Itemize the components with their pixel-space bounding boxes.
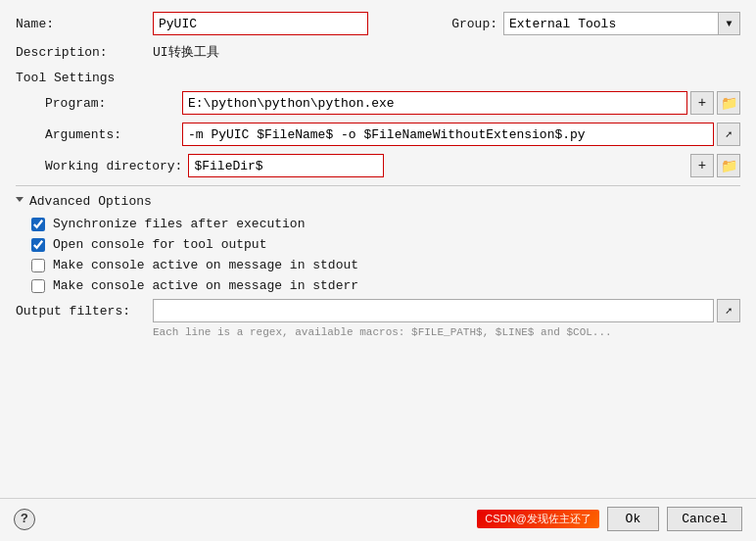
make-console-stderr-label: Make console active on message in stderr	[53, 278, 358, 293]
name-group-row: Name: Group: ▼	[16, 12, 740, 35]
arguments-expand-btn[interactable]: ➚	[717, 123, 740, 146]
action-buttons: CSDN@发现佐主还了 Ok Cancel	[477, 507, 742, 531]
csdn-badge: CSDN@发现佐主还了	[477, 510, 598, 528]
advanced-label: Advanced Options	[29, 194, 152, 209]
arguments-input-group: ➚	[182, 123, 740, 146]
advanced-header: Advanced Options	[16, 194, 740, 209]
working-directory-row: Working directory: + 📁	[16, 154, 740, 177]
open-console-row: Open console for tool output	[31, 237, 740, 252]
make-console-stdout-checkbox[interactable]	[31, 259, 45, 272]
program-add-btn[interactable]: +	[690, 91, 714, 115]
bottom-bar: ? CSDN@发现佐主还了 Ok Cancel	[0, 498, 756, 541]
group-select-wrapper: ▼	[503, 12, 740, 35]
program-input[interactable]	[182, 91, 687, 115]
group-label: Group:	[451, 17, 497, 31]
group-input[interactable]	[503, 12, 719, 35]
output-filters-expand-btn[interactable]: ➚	[717, 299, 740, 322]
ok-button[interactable]: Ok	[607, 507, 660, 531]
working-directory-label: Working directory:	[45, 159, 188, 173]
tool-settings-label: Tool Settings	[16, 71, 115, 85]
make-console-stdout-row: Make console active on message in stdout	[31, 258, 740, 272]
make-console-stderr-row: Make console active on message in stderr	[31, 278, 740, 293]
output-filters-row: Output filters: ➚	[16, 299, 740, 322]
tool-settings-header: Tool Settings	[16, 71, 740, 85]
make-console-stdout-label: Make console active on message in stdout	[53, 258, 358, 272]
sync-files-label: Synchronize files after execution	[53, 217, 305, 231]
cancel-button[interactable]: Cancel	[667, 507, 742, 531]
program-row: Program: + 📁	[16, 91, 740, 115]
hint-text: Each line is a regex, available macros: …	[153, 326, 740, 338]
advanced-triangle	[16, 197, 24, 206]
working-directory-input-group: + 📁	[188, 154, 740, 177]
help-button[interactable]: ?	[14, 509, 35, 530]
working-dir-folder-btn[interactable]: 📁	[717, 154, 740, 177]
arguments-row: Arguments: ➚	[16, 123, 740, 146]
name-label: Name:	[16, 17, 153, 31]
sync-files-checkbox[interactable]	[31, 218, 45, 231]
open-console-label: Open console for tool output	[53, 237, 266, 252]
description-label: Description:	[16, 45, 153, 60]
separator	[16, 185, 740, 186]
open-console-checkbox[interactable]	[31, 238, 45, 252]
form-area: Name: Group: ▼ Description: UI转换工具 Tool …	[0, 0, 756, 498]
output-filters-label: Output filters:	[16, 304, 153, 319]
working-dir-add-btn[interactable]: +	[690, 154, 714, 177]
make-console-stderr-checkbox[interactable]	[31, 279, 45, 293]
program-input-group: + 📁	[182, 91, 740, 115]
arguments-input[interactable]	[182, 123, 714, 146]
group-dropdown-btn[interactable]: ▼	[719, 12, 740, 35]
output-filters-input[interactable]	[153, 299, 714, 322]
program-folder-btn[interactable]: 📁	[717, 91, 740, 115]
advanced-section: Advanced Options Synchronize files after…	[16, 194, 740, 338]
program-label: Program:	[45, 96, 182, 111]
name-input[interactable]	[153, 12, 368, 35]
working-directory-input[interactable]	[188, 154, 384, 177]
arguments-label: Arguments:	[45, 127, 182, 142]
description-value: UI转换工具	[153, 43, 219, 61]
description-row: Description: UI转换工具	[16, 43, 740, 61]
dialog: Name: Group: ▼ Description: UI转换工具 Tool …	[0, 0, 756, 541]
output-filters-input-group: ➚	[153, 299, 740, 322]
sync-files-row: Synchronize files after execution	[31, 217, 740, 231]
